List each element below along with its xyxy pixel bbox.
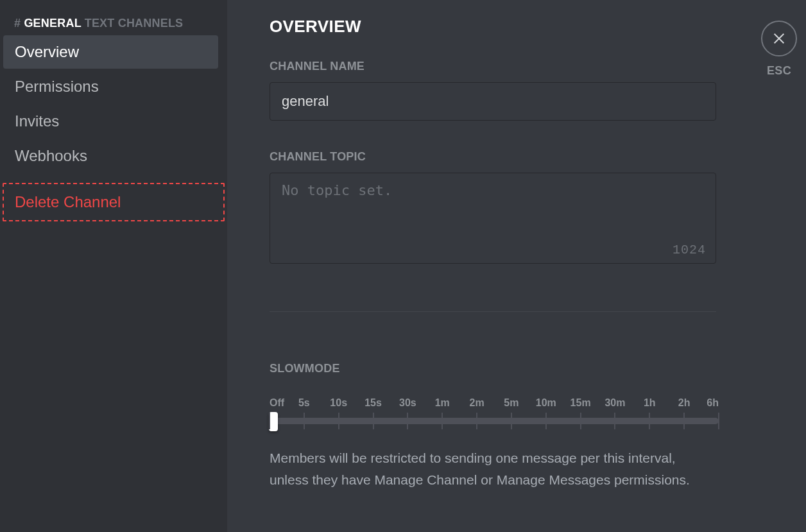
slowmode-tick-label: 30m [604,397,625,409]
sidebar-item-label: Invites [15,112,59,130]
section-divider [270,311,716,312]
slowmode-tick-label: 2m [470,397,484,409]
settings-content: OVERVIEW CHANNEL NAME CHANNEL TOPIC 1024… [227,0,806,532]
slowmode-tick-label: 1m [435,397,450,409]
hash-prefix: # [14,17,21,30]
channel-name-section: CHANNEL NAME [270,60,764,121]
slowmode-tick-mark [476,413,477,429]
channel-topic-input[interactable] [270,173,716,264]
slowmode-tick-label: 10s [330,397,347,409]
slowmode-section: SLOWMODE Off5s10s15s30s1m2m5m10m15m30m1h… [270,362,764,490]
sidebar-nav: Overview Permissions Invites Webhooks [0,35,227,173]
sidebar-item-overview[interactable]: Overview [3,35,218,69]
sidebar-header: # GENERAL TEXT CHANNELS [0,17,227,35]
slowmode-tick-mark [373,413,374,429]
slowmode-tick-mark [304,413,305,429]
sidebar-item-invites[interactable]: Invites [3,105,218,138]
slowmode-slider[interactable]: Off5s10s15s30s1m2m5m10m15m30m1h2h6h [270,397,719,424]
slowmode-tick-label: 5m [504,397,519,409]
sidebar-item-label: Overview [15,43,79,60]
slowmode-tick-mark [718,413,719,429]
channel-name-input[interactable] [270,82,716,121]
slowmode-tick-label: Off [270,397,284,409]
sidebar-item-permissions[interactable]: Permissions [3,70,218,103]
slowmode-tick-mark [407,413,408,429]
page-title: OVERVIEW [270,17,764,37]
sidebar-group-label-text: TEXT CHANNELS [85,17,184,30]
slowmode-tick-mark [580,413,581,429]
close-icon [772,31,786,46]
slowmode-tick-label: 10m [536,397,556,409]
slowmode-tick-label: 15m [570,397,591,409]
slowmode-tick-label: 1h [644,397,656,409]
sidebar-item-label: Delete Channel [15,193,121,210]
sidebar-item-label: Webhooks [15,147,87,164]
slowmode-tick-label: 6h [707,397,719,409]
close-button[interactable]: ESC [761,21,797,78]
sidebar-channel-name: GENERAL [24,17,81,30]
sidebar-item-delete-channel[interactable]: Delete Channel [3,185,218,219]
slowmode-tick-label: 2h [678,397,690,409]
channel-topic-section: CHANNEL TOPIC 1024 [270,150,764,266]
slowmode-tick-mark [614,413,615,429]
close-circle [761,21,797,56]
channel-topic-label: CHANNEL TOPIC [270,150,764,164]
sidebar-item-webhooks[interactable]: Webhooks [3,139,218,173]
settings-sidebar: # GENERAL TEXT CHANNELS Overview Permiss… [0,0,227,532]
channel-name-label: CHANNEL NAME [270,60,764,73]
slowmode-tick-mark [338,413,339,429]
sidebar-item-label: Permissions [15,78,99,95]
slowmode-tick-mark [649,413,650,429]
topic-char-count: 1024 [673,243,706,257]
slowmode-label: SLOWMODE [270,362,764,375]
close-label: ESC [767,64,791,78]
slowmode-tick-mark [269,413,270,429]
slider-thumb[interactable] [269,412,278,431]
slowmode-help-text: Members will be restricted to sending on… [270,447,716,490]
slowmode-tick-mark [545,413,547,429]
slowmode-tick-label: 30s [399,397,416,409]
slowmode-tick-mark [442,413,443,429]
slowmode-tick-label: 15s [364,397,382,409]
slowmode-tick-mark [511,413,512,429]
slider-track[interactable] [270,418,719,424]
slowmode-tick-mark [683,413,685,429]
slowmode-tick-label: 5s [298,397,310,409]
